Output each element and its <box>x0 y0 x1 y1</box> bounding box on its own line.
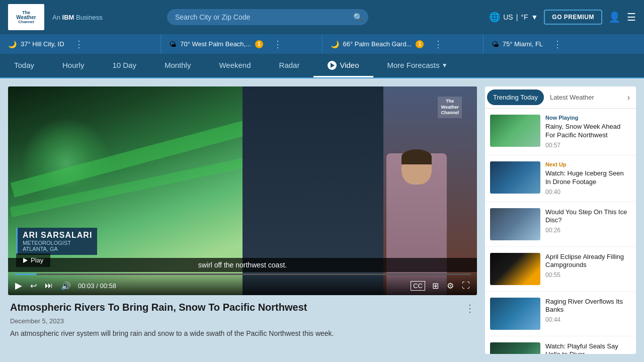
nav-bar: Today Hourly 10 Day Monthly Weekend Rada… <box>0 54 644 78</box>
video-card-info-3: April Eclipse Already Filling Campground… <box>545 253 631 285</box>
location-more-1[interactable]: ⋮ <box>267 39 288 50</box>
play-icon <box>23 258 28 263</box>
rewind-button[interactable]: ↩ <box>29 280 38 292</box>
video-info: Atmospheric Rivers To Bring Rain, Snow T… <box>8 301 477 339</box>
weather-icon-2: 🌙 <box>331 40 339 48</box>
weather-icon-3: 🌤 <box>492 40 499 48</box>
menu-icon[interactable]: ☰ <box>627 11 636 23</box>
sidebar-video-3[interactable]: April Eclipse Already Filling Campground… <box>485 247 636 292</box>
sidebar-video-2[interactable]: Would You Step On This Ice Disc? 00:26 <box>485 202 636 247</box>
logo-weather: Weather <box>16 15 36 20</box>
video-card-info-1: Next Up Watch: Huge Iceberg Seen In Dron… <box>545 161 631 196</box>
video-card-title-2: Would You Step On This Ice Disc? <box>545 208 631 225</box>
cc-button[interactable]: CC <box>411 281 425 291</box>
tab-trending-today[interactable]: Trending Today <box>487 89 544 105</box>
search-bar: 🔍 <box>167 9 368 25</box>
location-item-1[interactable]: 🌤 70° West Palm Beach,... 1 ⋮ <box>161 34 322 54</box>
presenter-name: ARI SARSALARI <box>23 231 92 240</box>
locale-separator: | <box>516 13 518 21</box>
premium-button[interactable]: GO PREMIUM <box>544 10 602 25</box>
header: The Weather Channel An IBM Business 🔍 🌐 … <box>0 0 644 34</box>
location-item-3[interactable]: 🌤 75° Miami, FL ⋮ <box>484 34 644 54</box>
nav-radar[interactable]: Radar <box>265 54 314 77</box>
fullscreen-button[interactable]: ⛶ <box>461 280 471 291</box>
video-card-info-5: Watch: Playful Seals Say Hello to Diver … <box>545 342 631 354</box>
locale-selector[interactable]: 🌐 US | °F ▼ <box>489 12 538 23</box>
nav-hourly[interactable]: Hourly <box>48 54 98 77</box>
user-icon[interactable]: 👤 <box>608 11 621 23</box>
video-card-info-4: Raging River Overflows Its Banks 00:44 <box>545 298 631 330</box>
nav-video[interactable]: Video <box>313 54 373 77</box>
volume-button[interactable]: 🔊 <box>60 280 72 292</box>
play-overlay-button[interactable]: Play <box>16 253 50 267</box>
video-more-button[interactable]: ⋮ <box>465 302 475 314</box>
video-player[interactable]: TheWeatherChannel ARI SARSALARI METEOROL… <box>8 86 477 295</box>
location-bar: 🌙 37° Hill City, ID ⋮ 🌤 70° West Palm Be… <box>0 34 644 54</box>
video-status-0: Now Playing <box>545 115 631 121</box>
location-badge-1: 1 <box>255 40 263 48</box>
search-button[interactable]: 🔍 <box>353 13 363 22</box>
controls-row: ▶ ↩ ⏭ 🔊 00:03 / 00:58 CC ⊞ ⚙ ⛶ <box>14 279 471 292</box>
video-card-title-4: Raging River Overflows Its Banks <box>545 298 631 315</box>
play-pause-button[interactable]: ▶ <box>14 279 23 292</box>
sidebar-video-5[interactable]: Watch: Playful Seals Say Hello to Diver … <box>485 336 636 354</box>
location-item-0[interactable]: 🌙 37° Hill City, ID ⋮ <box>0 34 161 54</box>
video-date: December 5, 2023 <box>10 317 475 325</box>
sidebar-video-1[interactable]: Next Up Watch: Huge Iceberg Seen In Dron… <box>485 155 636 202</box>
chevron-down-icon: ▼ <box>531 13 538 21</box>
tab-latest-weather[interactable]: Latest Weather <box>544 89 600 105</box>
nav-weekend[interactable]: Weekend <box>205 54 265 77</box>
video-thumb-0 <box>490 115 540 147</box>
video-card-title-1: Watch: Huge Iceberg Seen In Drone Footag… <box>545 169 631 187</box>
sidebar: Trending Today Latest Weather › Now Play… <box>485 86 636 354</box>
location-item-2[interactable]: 🌙 66° Palm Beach Gard... 1 ⋮ <box>323 34 484 54</box>
video-card-title-5: Watch: Playful Seals Say Hello to Diver <box>545 342 631 354</box>
skip-forward-button[interactable]: ⏭ <box>44 280 54 291</box>
locale-unit: °F <box>521 13 528 21</box>
presenter-hair <box>401 149 432 164</box>
video-card-info-0: Now Playing Rainy, Snow Week Ahead For P… <box>545 115 631 149</box>
location-more-0[interactable]: ⋮ <box>68 39 90 50</box>
play-overlay: Play <box>16 253 50 267</box>
locale-region: US <box>503 13 513 21</box>
video-card-title-0: Rainy, Snow Week Ahead For Pacific North… <box>545 123 631 140</box>
video-thumb-3 <box>490 253 540 285</box>
ibm-brand: IBM <box>62 14 74 21</box>
sidebar-tab-next[interactable]: › <box>623 91 634 104</box>
video-duration-0: 00:57 <box>545 142 631 149</box>
video-duration-1: 00:40 <box>545 189 631 196</box>
video-controls: ▶ ↩ ⏭ 🔊 00:03 / 00:58 CC ⊞ ⚙ ⛶ <box>8 269 477 295</box>
presenter-head <box>401 149 432 185</box>
video-duration-2: 00:26 <box>545 227 631 234</box>
nav-today[interactable]: Today <box>0 54 48 77</box>
chevron-down-icon: ▼ <box>442 62 448 69</box>
progress-bar[interactable] <box>14 274 471 275</box>
settings-button[interactable]: ⚙ <box>446 280 455 292</box>
video-description: An atmospheric river system will bring r… <box>10 329 475 339</box>
video-thumb-5 <box>490 342 540 354</box>
location-more-3[interactable]: ⋮ <box>547 39 568 50</box>
video-duration-3: 00:55 <box>545 272 631 279</box>
play-triangle-icon <box>331 63 335 68</box>
play-circle-icon <box>328 61 337 70</box>
weather-icon-1: 🌤 <box>169 40 176 48</box>
video-card-title-3: April Eclipse Already Filling Campground… <box>545 253 631 270</box>
sidebar-video-list: Now Playing Rainy, Snow Week Ahead For P… <box>485 109 636 354</box>
grid-view-button[interactable]: ⊞ <box>431 280 440 292</box>
location-text-2: 66° Palm Beach Gard... <box>343 40 412 48</box>
location-text-0: 37° Hill City, ID <box>21 40 64 48</box>
nav-monthly[interactable]: Monthly <box>150 54 205 77</box>
sidebar-video-0[interactable]: Now Playing Rainy, Snow Week Ahead For P… <box>485 109 636 155</box>
globe-icon: 🌐 <box>489 12 500 23</box>
time-display: 00:03 / 00:58 <box>78 282 116 290</box>
logo-channel: Channel <box>18 20 34 24</box>
video-thumb-4 <box>490 298 540 330</box>
nav-10day[interactable]: 10 Day <box>98 54 150 77</box>
lower-third: ARI SARSALARI METEOROLOGIST ATLANTA, GA <box>16 228 97 255</box>
location-more-2[interactable]: ⋮ <box>428 39 449 50</box>
search-input[interactable] <box>167 9 368 25</box>
sidebar-video-4[interactable]: Raging River Overflows Its Banks 00:44 <box>485 292 636 336</box>
location-text-3: 75° Miami, FL <box>503 40 543 48</box>
nav-more[interactable]: More Forecasts ▼ <box>373 54 462 77</box>
logo[interactable]: The Weather Channel <box>8 4 44 30</box>
